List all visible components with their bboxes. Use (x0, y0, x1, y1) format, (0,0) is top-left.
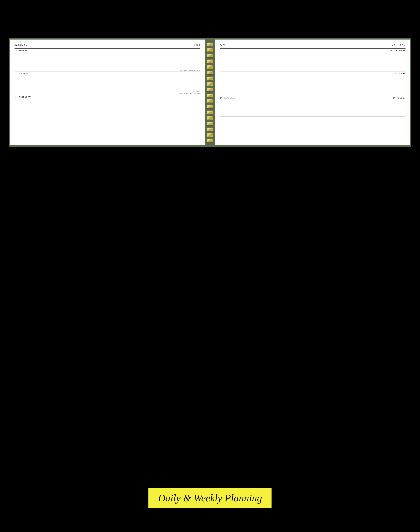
coil-15 (207, 122, 213, 125)
day-16-content (220, 52, 405, 72)
coil-2 (207, 48, 213, 52)
day-18-name: SATURDAY (224, 97, 235, 99)
day-15-name: WEDNESDAY (19, 96, 32, 98)
weekend-row: 18 SATURDAY 19 SUNDAY (220, 96, 405, 116)
day-17: 17 FRIDAY (220, 72, 405, 95)
day-18-content (220, 100, 311, 116)
coil-17 (207, 133, 213, 137)
left-header: JANUARY 2025 (15, 44, 200, 46)
coil-16 (207, 127, 213, 131)
coil-1 (207, 43, 213, 46)
right-page: 2025 JANUARY 16 THURSDAY 17 FRIDAY (215, 40, 410, 145)
planner-book: JANUARY 2025 13 MONDAY NATIONAL STICKER … (9, 38, 411, 147)
spine (205, 40, 215, 145)
coil-6 (207, 71, 213, 75)
weekend-note: WEAR YOUR FAVOURITE EARRINGS (220, 117, 405, 119)
weekend-section: 18 SATURDAY 19 SUNDAY WEAR YOUR FAVOURIT… (220, 95, 405, 119)
left-page: JANUARY 2025 13 MONDAY NATIONAL STICKER … (10, 40, 205, 145)
day-19-num: 19 (393, 97, 396, 99)
day-17-num: 17 (394, 73, 397, 75)
coil-11 (207, 99, 213, 103)
coil-18 (207, 139, 213, 142)
day-14-content: PONGAL SUN ENTERS CAPRICORN (15, 76, 200, 95)
day-17-name: FRIDAY (398, 73, 405, 75)
day-19: 19 SUNDAY (314, 96, 405, 116)
coil-13 (207, 110, 213, 114)
coil-9 (207, 88, 213, 91)
coil-5 (207, 65, 213, 69)
right-year: 2025 (220, 44, 226, 46)
day-16: 16 THURSDAY (220, 48, 405, 72)
day-18: 18 SATURDAY (220, 96, 313, 116)
banner-text: Daily & Weekly Planning (158, 492, 262, 504)
day-13-note: NATIONAL STICKER DAY (180, 70, 200, 71)
day-16-num: 16 (390, 50, 393, 52)
coil-10 (207, 93, 213, 97)
coil-7 (207, 76, 213, 80)
day-13-content: NATIONAL STICKER DAY (15, 52, 200, 72)
left-year: 2025 (194, 44, 200, 46)
day-13-num: 13 (15, 50, 17, 52)
day-18-num: 18 (220, 97, 223, 99)
day-17-content (220, 76, 405, 95)
left-month: JANUARY (15, 44, 28, 46)
day-16-name: THURSDAY (394, 50, 405, 52)
day-15-num: 15 (15, 96, 17, 98)
right-header: 2025 JANUARY (220, 44, 405, 46)
day-14-note: PONGAL SUN ENTERS CAPRICORN (179, 91, 200, 94)
day-19-name: SUNDAY (397, 97, 405, 99)
coil-12 (207, 105, 213, 108)
coil-3 (207, 54, 213, 57)
day-14-num: 14 (15, 73, 17, 75)
right-month: JANUARY (392, 44, 405, 46)
day-19-content (314, 100, 405, 116)
coil-8 (207, 82, 213, 86)
day-15-content (15, 99, 200, 111)
day-14: 14 TUESDAY PONGAL SUN ENTERS CAPRICORN (15, 72, 200, 95)
bottom-banner: Daily & Weekly Planning (148, 488, 271, 508)
day-15: 15 WEDNESDAY (15, 95, 200, 112)
day-13-name: MONDAY (19, 50, 28, 52)
coil-4 (207, 60, 213, 63)
coil-14 (207, 116, 213, 120)
day-13: 13 MONDAY NATIONAL STICKER DAY (15, 48, 200, 72)
day-14-name: TUESDAY (19, 73, 28, 75)
